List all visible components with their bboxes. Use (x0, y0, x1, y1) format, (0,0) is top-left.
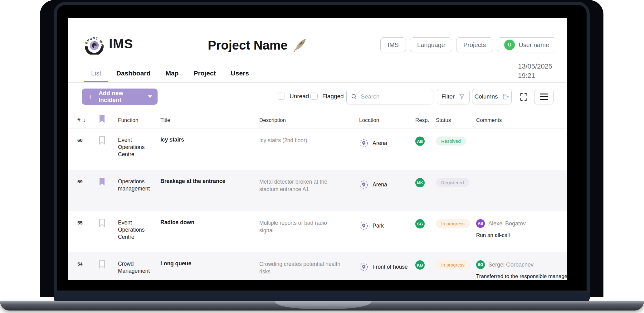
location-pin-icon (359, 221, 368, 230)
nav-button-ims[interactable]: IMS (380, 37, 406, 52)
columns-icon (502, 93, 509, 100)
flagged-checkbox[interactable] (310, 93, 318, 100)
title-cell: Breakage at the entrance (160, 178, 259, 211)
incident-number: 60 (77, 137, 98, 170)
add-incident-button[interactable]: + Add new Incident (82, 89, 158, 105)
col-header-function[interactable]: Function (118, 117, 160, 123)
add-incident-dropdown[interactable] (142, 89, 158, 105)
resp-avatar: AB (415, 137, 425, 146)
incident-row[interactable]: 59 Operations management Breakage at the… (68, 170, 567, 211)
page-title: Project Name (208, 38, 308, 53)
nav-button-projects[interactable]: Projects (456, 37, 493, 52)
bookmark-icon[interactable] (98, 260, 106, 268)
comment-text: Transferred to the responsible manager (476, 273, 567, 280)
col-header-title[interactable]: Title (160, 117, 259, 123)
title-cell: Radios down (160, 219, 259, 252)
col-header-comments[interactable]: Comments (476, 117, 567, 123)
comments-cell: SG Sergei Gorbachev Transferred to the r… (476, 260, 567, 280)
tab-users[interactable]: Users (224, 65, 256, 82)
status-badge: Registered (436, 178, 469, 187)
comments-cell (476, 178, 567, 211)
function-cell: Event Operations Centre (118, 137, 160, 170)
status-badge: In progress (436, 260, 470, 269)
status-badge: Resolved (436, 137, 466, 146)
bookmark-icon-filled[interactable] (98, 177, 106, 186)
table-header-row: # ↓ Function Title Description Location … (68, 112, 567, 128)
app-window: EVENT WHEEL IMS Project Name IMS Languag… (68, 18, 567, 280)
incident-table: # ↓ Function Title Description Location … (68, 112, 567, 280)
filter-button[interactable]: Filter (437, 89, 470, 104)
title-cell: Icy stairs (160, 137, 259, 170)
bookmark-column-icon[interactable] (98, 115, 106, 123)
location-cell: Arena (359, 180, 415, 190)
location-label: Arena (373, 181, 387, 188)
user-name-label: User name (519, 41, 549, 49)
filter-funnel-icon (459, 94, 465, 100)
comment-author-name: Alexei Bogatov (488, 220, 526, 227)
comments-cell (476, 137, 567, 170)
incident-row[interactable]: 55 Event Operations Centre Radios down M… (68, 211, 567, 252)
event-wheel-logo: EVENT WHEEL (84, 33, 105, 55)
search-box[interactable] (346, 89, 433, 104)
col-header-location[interactable]: Location (359, 117, 415, 123)
col-header-description[interactable]: Description (259, 117, 359, 123)
hamburger-icon (540, 94, 548, 100)
nav-button-language[interactable]: Language (410, 37, 452, 52)
unread-label: Unread (290, 93, 309, 100)
incident-row[interactable]: 54 Crowd Management Long queue Crowding … (68, 252, 567, 280)
incident-row[interactable]: 60 Event Operations Centre Icy stairs Ic… (68, 128, 567, 170)
location-pin-icon (359, 180, 368, 189)
search-icon (351, 93, 357, 100)
resp-avatar: SG (415, 219, 425, 229)
description-cell: Metal detector broken at the stadium ent… (259, 178, 359, 211)
bookmark-icon[interactable] (98, 219, 106, 227)
function-cell: Crowd Management (118, 260, 160, 280)
menu-button[interactable] (534, 89, 554, 104)
col-header-status[interactable]: Status (436, 117, 476, 123)
fullscreen-button[interactable] (519, 93, 528, 101)
comment-author-name: Sergei Gorbachev (488, 262, 534, 268)
unread-checkbox[interactable] (278, 93, 285, 100)
tab-list[interactable]: List (84, 65, 108, 82)
location-cell: Arena (359, 138, 415, 148)
fullscreen-icon (519, 93, 528, 101)
tab-project[interactable]: Project (187, 65, 222, 82)
flagged-label: Flagged (322, 93, 344, 100)
user-button[interactable]: U User name (497, 37, 556, 52)
columns-button[interactable]: Columns (472, 89, 512, 104)
time-label: 19:21 (518, 71, 552, 80)
description-cell: Crowding creates potential health risks (259, 260, 359, 280)
datetime: 13/05/2025 19:21 (518, 62, 552, 80)
bookmark-icon[interactable] (98, 136, 106, 145)
resp-avatar: MK (415, 178, 425, 187)
feather-icon (293, 38, 308, 53)
location-cell: Front of house (359, 262, 415, 272)
description-cell: Icy stairs (2nd floor) (259, 137, 359, 170)
status-badge: In progress (436, 219, 470, 228)
tab-divider (68, 82, 567, 83)
comments-cell: AB Alexei Bogatov Run an all-call (476, 219, 567, 252)
location-label: Park (373, 223, 384, 229)
tab-map[interactable]: Map (159, 65, 185, 82)
search-input[interactable] (361, 93, 429, 100)
chevron-down-icon (148, 95, 152, 98)
plus-icon: + (82, 92, 99, 102)
incident-number: 59 (77, 178, 98, 211)
laptop-mockup: EVENT WHEEL IMS Project Name IMS Languag… (0, 0, 644, 313)
comment-text: Run an all-call (476, 232, 567, 238)
sort-descending-icon[interactable]: ↓ (83, 117, 85, 123)
date-label: 13/05/2025 (518, 62, 552, 71)
col-header-resp[interactable]: Resp. (415, 117, 436, 123)
col-header-number[interactable]: # (77, 117, 80, 123)
comment-author-avatar: SG (476, 260, 485, 269)
resp-avatar: KB (415, 260, 425, 270)
comment-author-avatar: AB (476, 219, 485, 228)
location-label: Front of house (373, 264, 408, 270)
user-avatar: U (504, 40, 515, 50)
location-pin-icon (359, 138, 368, 148)
tab-bar: List Dashboard Map Project Users (84, 65, 256, 82)
tab-dashboard[interactable]: Dashboard (110, 65, 158, 82)
incident-number: 55 (77, 219, 98, 252)
function-cell: Operations management (118, 178, 160, 211)
location-cell: Park (359, 221, 415, 231)
